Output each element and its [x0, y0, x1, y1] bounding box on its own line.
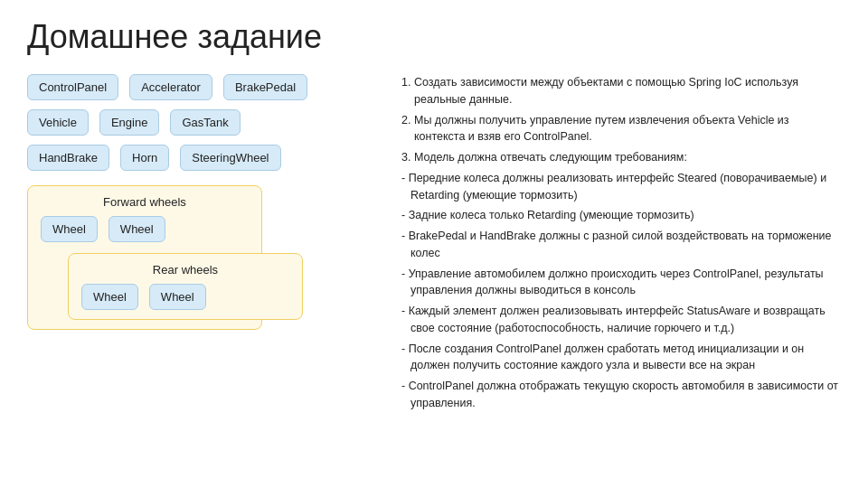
diagram-row-3: HandBrake Horn SteeringWheel [27, 145, 371, 171]
box-gastank: GasTank [170, 109, 240, 136]
instructions-panel: Создать зависимости между объектами с по… [398, 74, 841, 416]
bullet-1: Передние колеса должны реализовать интер… [401, 170, 841, 204]
page-title: Домашнее задание [27, 18, 841, 56]
instruction-3: Модель должна отвечать следующим требова… [414, 149, 841, 166]
bullet-2: Задние колеса только Retarding (умеющие … [401, 207, 841, 224]
rear-wheels-title: Rear wheels [81, 263, 289, 277]
box-controlpanel: ControlPanel [27, 74, 118, 100]
rear-wheels-inner-group: Rear wheels Wheel Wheel [68, 253, 303, 320]
box-accelerator: Accelerator [129, 74, 212, 100]
rear-wheels-group: Rear wheels Wheel Wheel [68, 248, 249, 320]
diagram-row-1: ControlPanel Accelerator BrakePedal [27, 74, 371, 100]
box-steeringwheel: SteeringWheel [180, 145, 280, 171]
box-vehicle: Vehicle [27, 109, 89, 136]
rear-wheels-row: Wheel Wheel [81, 284, 289, 310]
instruction-2: Мы должны получить управление путем извл… [414, 112, 841, 146]
instruction-1: Создать зависимости между объектами с по… [414, 74, 841, 108]
box-horn: Horn [120, 145, 169, 171]
bullet-5: Каждый элемент должен реализовывать инте… [401, 303, 841, 337]
forward-wheels-group: Forward wheels Wheel Wheel Rear wheels W… [27, 185, 262, 330]
box-handbrake: HandBrake [27, 145, 109, 171]
bullet-6: После создания ControlPanel должен срабо… [401, 341, 841, 375]
main-content: ControlPanel Accelerator BrakePedal Vehi… [27, 74, 841, 416]
bullets-list: Передние колеса должны реализовать интер… [398, 170, 841, 412]
diagram-panel: ControlPanel Accelerator BrakePedal Vehi… [27, 74, 371, 416]
forward-wheels-row: Wheel Wheel [41, 216, 249, 242]
numbered-list: Создать зависимости между объектами с по… [398, 74, 841, 166]
forward-wheels-title: Forward wheels [41, 195, 249, 209]
rear-wheel-1: Wheel [81, 284, 138, 310]
bullet-7: ControlPanel должна отображать текущую с… [401, 378, 841, 412]
box-brakepedal: BrakePedal [223, 74, 307, 100]
forward-wheel-2: Wheel [108, 216, 165, 242]
bullet-3: BrakePedal и HandBrake должны с разной с… [401, 228, 841, 262]
bullet-4: Управление автомобилем должно происходит… [401, 266, 841, 300]
rear-wheel-2: Wheel [149, 284, 206, 310]
diagram-row-2: Vehicle Engine GasTank [27, 109, 371, 136]
box-engine: Engine [99, 109, 159, 136]
forward-wheel-1: Wheel [41, 216, 98, 242]
